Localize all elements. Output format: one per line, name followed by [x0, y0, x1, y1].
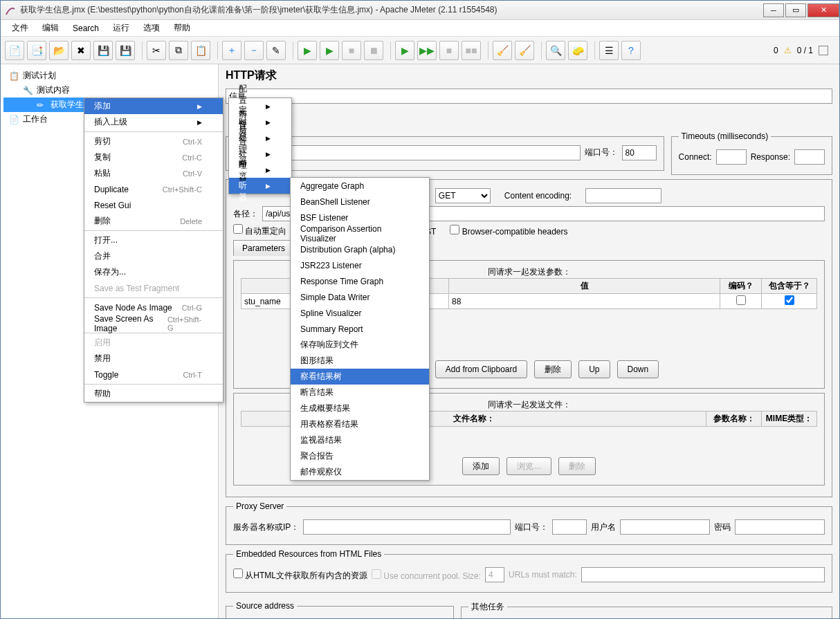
minimize-button[interactable]: ─ [763, 3, 784, 17]
search-icon[interactable]: 🔍 [546, 41, 565, 60]
expand-icon[interactable]: ＋ [222, 41, 241, 60]
embed-pool-checkbox: Use concurrent pool. Size: [372, 569, 481, 581]
close-button[interactable]: ✕ [807, 3, 839, 17]
method-select[interactable]: GET [435, 188, 491, 203]
stop-icon[interactable]: ■ [342, 41, 361, 60]
ctx-duplicate[interactable]: DuplicateCtrl+Shift-C [84, 181, 223, 197]
listener-item-0[interactable]: Aggregate Graph [291, 178, 429, 194]
ctx-open[interactable]: 打开... [84, 232, 223, 248]
menu-search[interactable]: Search [66, 21, 106, 35]
saveas-icon[interactable]: 💾 [116, 41, 135, 60]
toggle-icon[interactable]: ✎ [266, 41, 286, 60]
listener-item-11[interactable]: 图形结果 [291, 353, 429, 369]
port-input[interactable] [622, 145, 657, 160]
listener-item-16[interactable]: 监视器结果 [291, 432, 429, 448]
ctx-paste[interactable]: 粘贴Ctrl-V [84, 165, 223, 181]
menu-run[interactable]: 运行 [106, 20, 136, 36]
listener-item-10[interactable]: 保存响应到文件 [291, 337, 429, 353]
listener-item-5[interactable]: JSR223 Listener [291, 257, 429, 273]
connect-input[interactable] [716, 149, 747, 165]
copy-icon[interactable]: ⧉ [169, 41, 188, 60]
auto-redirect-checkbox[interactable]: 自动重定向 [233, 224, 286, 237]
embed-fetch-checkbox[interactable]: 从HTML文件获取所有内含的资源 [233, 569, 367, 582]
listener-item-15[interactable]: 用表格察看结果 [291, 416, 429, 432]
collapse-icon[interactable]: － [244, 41, 264, 60]
listener-item-3[interactable]: Comparison Assertion Visualizer [291, 225, 429, 241]
down-button[interactable]: Down [617, 360, 659, 378]
include-checkbox[interactable] [785, 295, 794, 305]
start-icon[interactable]: ▶ [298, 41, 317, 60]
save-icon[interactable]: 💾 [93, 41, 113, 60]
menu-help[interactable]: 帮助 [167, 20, 197, 36]
menu-file[interactable]: 文件 [5, 20, 35, 36]
ctx-delete[interactable]: 删除Delete [84, 213, 223, 229]
ctx-toggle[interactable]: ToggleCtrl-T [84, 367, 223, 382]
response-input[interactable] [794, 149, 825, 165]
ctx-reset-gui[interactable]: Reset Gui [84, 197, 223, 213]
close-icon[interactable]: ✖ [71, 41, 91, 60]
clear-all-icon[interactable]: 🧹 [515, 41, 534, 60]
name-input[interactable] [226, 89, 832, 104]
listener-item-17[interactable]: 聚合报告 [291, 448, 429, 464]
open-icon[interactable]: 📂 [49, 41, 69, 60]
menu-options[interactable]: 选项 [136, 20, 167, 36]
listener-item-8[interactable]: Spline Visualizer [291, 305, 429, 321]
ctx-merge[interactable]: 合并 [84, 248, 223, 264]
proxy-port-label: 端口号： [515, 521, 548, 533]
remote-start-icon[interactable]: ▶ [395, 41, 414, 60]
ctx-cut[interactable]: 剪切Ctrl-X [84, 133, 223, 149]
up-button[interactable]: Up [578, 360, 610, 378]
test-plan-tree[interactable]: 📋测试计划 🔧测试内容 ✏获取学生信息 📄工作台 添加 插入上级 剪切Ctrl-… [1, 64, 219, 618]
connect-label: Connect: [679, 152, 712, 162]
encode-checkbox[interactable] [736, 295, 746, 305]
tree-test-plan[interactable]: 📋测试计划 [3, 68, 215, 83]
file-add-button[interactable]: 添加 [462, 457, 500, 475]
new-icon[interactable]: 📄 [5, 41, 24, 60]
listener-item-12[interactable]: 察看结果树 [291, 369, 429, 385]
ctx-copy[interactable]: 复制Ctrl-C [84, 149, 223, 165]
proxy-port-input[interactable] [552, 519, 587, 535]
maximize-button[interactable]: ▭ [785, 3, 806, 17]
proxy-user-input[interactable] [620, 519, 710, 535]
listener-item-7[interactable]: Simple Data Writer [291, 289, 429, 305]
urls-match-input[interactable] [581, 567, 825, 582]
tree-thread-group[interactable]: 🔧测试内容 [3, 83, 215, 98]
listener-item-9[interactable]: Summary Report [291, 321, 429, 337]
encoding-input[interactable] [585, 188, 661, 203]
reset-search-icon[interactable]: 🧽 [568, 41, 587, 60]
parameters-tab[interactable]: Parameters [233, 240, 294, 256]
listener-item-6[interactable]: Response Time Graph [291, 273, 429, 289]
source-legend: Source address [233, 601, 297, 611]
help-icon[interactable]: ? [621, 41, 641, 60]
delete-button[interactable]: 删除 [534, 360, 572, 378]
ctx-disable[interactable]: 禁用 [84, 351, 223, 367]
start-notimers-icon[interactable]: ▶ [320, 41, 339, 60]
cut-icon[interactable]: ✂ [147, 41, 166, 60]
listener-item-1[interactable]: BeanShell Listener [291, 194, 429, 210]
remote-stop-all-icon[interactable]: ■■ [462, 41, 481, 60]
menu-edit[interactable]: 编辑 [35, 20, 66, 36]
sub-listener[interactable]: 监听器 [229, 178, 291, 194]
remote-start-all-icon[interactable]: ▶▶ [417, 41, 437, 60]
remote-stop-icon[interactable]: ■ [439, 41, 459, 60]
proxy-legend: Proxy Server [233, 501, 286, 511]
ctx-saveas[interactable]: 保存为... [84, 264, 223, 280]
paste-icon[interactable]: 📋 [191, 41, 210, 60]
listener-item-14[interactable]: 生成概要结果 [291, 400, 429, 416]
ctx-save-screen-image[interactable]: Save Screen As ImageCtrl+Shift-G [84, 315, 223, 331]
listener-item-18[interactable]: 邮件观察仪 [291, 464, 429, 480]
browser-compat-checkbox[interactable]: Browser-compatible headers [450, 225, 567, 237]
listener-item-4[interactable]: Distribution Graph (alpha) [291, 241, 429, 257]
proxy-server-input[interactable] [303, 519, 511, 535]
toolbar: 📄 📑 📂 ✖ 💾 💾 ✂ ⧉ 📋 ＋ － ✎ ▶ ▶ ■ ⏹ ▶ ▶▶ ■ ■… [1, 37, 839, 64]
add-from-clipboard-button[interactable]: Add from Clipboard [435, 360, 527, 378]
clear-icon[interactable]: 🧹 [493, 41, 512, 60]
proxy-pass-input[interactable] [735, 519, 825, 535]
ctx-add[interactable]: 添加 [84, 98, 223, 114]
shutdown-icon[interactable]: ⏹ [364, 41, 383, 60]
function-helper-icon[interactable]: ☰ [599, 41, 619, 60]
ctx-insert-parent[interactable]: 插入上级 [84, 114, 223, 130]
ctx-help[interactable]: 帮助 [84, 386, 223, 402]
listener-item-13[interactable]: 断言结果 [291, 385, 429, 400]
templates-icon[interactable]: 📑 [27, 41, 46, 60]
